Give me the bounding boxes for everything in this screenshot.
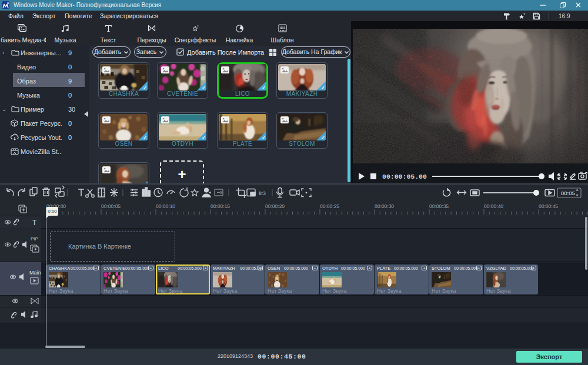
svg-text:00:00:30: 00:00:30 bbox=[375, 203, 394, 209]
svg-text:00:00:05: 00:00:05 bbox=[101, 203, 121, 209]
svg-text:00:00:15: 00:00:15 bbox=[211, 203, 230, 209]
svg-text:8:3: 8:3 bbox=[259, 190, 266, 196]
svg-text:00:00:25: 00:00:25 bbox=[320, 203, 339, 209]
svg-text:Main: Main bbox=[29, 270, 41, 276]
svg-text:00:05: 00:05 bbox=[561, 190, 575, 196]
svg-text:00:00:35: 00:00:35 bbox=[429, 203, 449, 209]
svg-text:00:00:20: 00:00:20 bbox=[265, 203, 285, 209]
svg-text:00:00:40: 00:00:40 bbox=[484, 203, 503, 209]
svg-text:PIP: PIP bbox=[31, 236, 38, 242]
svg-text:T: T bbox=[32, 219, 37, 227]
svg-text:00:00:45: 00:00:45 bbox=[539, 203, 558, 209]
svg-text:00:00:10: 00:00:10 bbox=[156, 203, 175, 209]
